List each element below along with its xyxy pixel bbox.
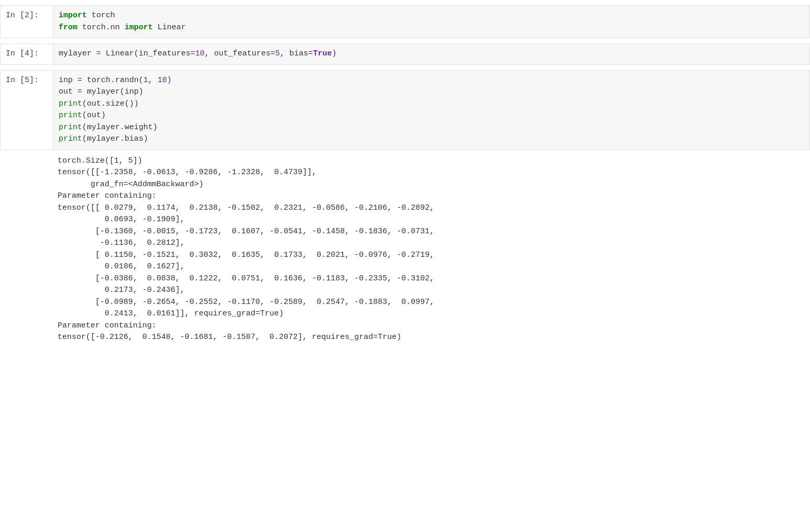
code-text: , out_features= [205, 49, 275, 58]
code-line: print(out.size()) [59, 98, 804, 110]
keyword-print: print [59, 123, 82, 132]
output-text: torch.Size([1, 5]) tensor([[-1.2358, -0.… [52, 151, 810, 348]
code-text: (mylayer.weight) [82, 123, 158, 132]
code-text: ) [332, 49, 336, 58]
code-text: , [148, 76, 158, 85]
keyword-true: True [313, 49, 332, 58]
keyword-from: from [59, 23, 77, 32]
code-text: inp = torch.randn( [59, 76, 143, 85]
number: 1 [143, 76, 148, 85]
cell-5[interactable]: In [5]: inp = torch.randn(1, 10) out = m… [0, 70, 810, 150]
code-line: from torch.nn import Linear [59, 22, 804, 34]
cell-4[interactable]: In [4]: mylayer = Linear(in_features=10,… [0, 43, 810, 65]
number: 10 [195, 49, 205, 58]
code-text: (out.size()) [82, 99, 139, 108]
code-line: print(mylayer.bias) [59, 133, 804, 145]
code-text: out = mylayer(inp) [59, 87, 143, 96]
code-text: (out) [82, 111, 106, 120]
code-line: inp = torch.randn(1, 10) [59, 75, 804, 87]
code-text: , bias= [280, 49, 313, 58]
code-text: mylayer = Linear(in_features= [59, 49, 195, 58]
keyword-import: import [125, 23, 153, 32]
cell-2-content[interactable]: import torch from torch.nn import Linear [53, 6, 809, 38]
notebook: In [2]: import torch from torch.nn impor… [0, 0, 810, 532]
number: 5 [275, 49, 280, 58]
code-text: torch.nn [77, 23, 125, 32]
code-line: print(mylayer.weight) [59, 122, 804, 134]
code-text: torch [87, 11, 115, 20]
code-line: import torch [59, 10, 804, 22]
keyword-print: print [59, 99, 82, 108]
code-line: mylayer = Linear(in_features=10, out_fea… [59, 48, 804, 60]
keyword-print: print [59, 134, 82, 143]
code-text: ) [167, 76, 172, 85]
code-text: Linear [153, 23, 186, 32]
cell-2[interactable]: In [2]: import torch from torch.nn impor… [0, 5, 810, 38]
cell-2-prompt: In [2]: [1, 6, 53, 26]
code-line: print(out) [59, 110, 804, 122]
cell-separator [0, 39, 810, 43]
code-text: (mylayer.bias) [82, 134, 148, 143]
keyword-print: print [59, 111, 82, 120]
cell-separator [0, 66, 810, 70]
code-line: out = mylayer(inp) [59, 86, 804, 98]
keyword-import: import [59, 11, 87, 20]
cell-4-content[interactable]: mylayer = Linear(in_features=10, out_fea… [53, 44, 809, 64]
cell-5-prompt: In [5]: [1, 71, 53, 91]
number: 10 [158, 76, 167, 85]
cell-5-output: torch.Size([1, 5]) tensor([[-1.2358, -0.… [0, 151, 810, 348]
cell-5-content[interactable]: inp = torch.randn(1, 10) out = mylayer(i… [53, 71, 809, 150]
output-prompt [0, 151, 52, 160]
cell-4-prompt: In [4]: [1, 44, 53, 64]
